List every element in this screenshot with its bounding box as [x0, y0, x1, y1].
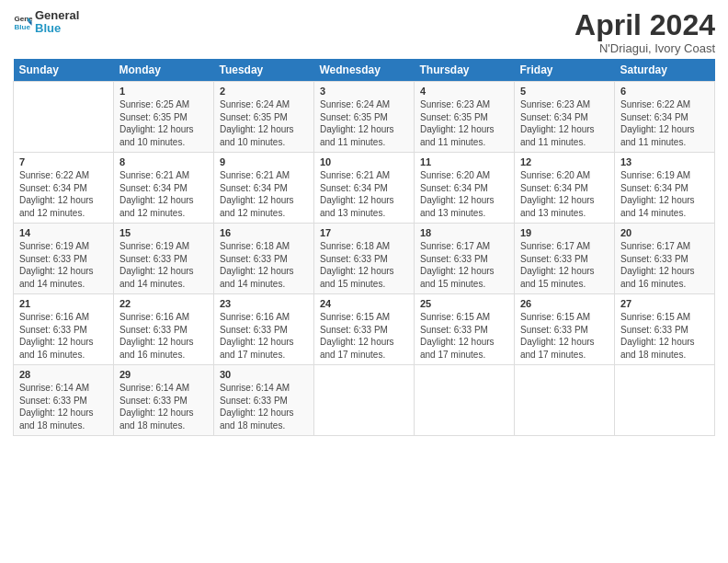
day-number: 16 — [220, 227, 308, 238]
day-info: Sunrise: 6:19 AMSunset: 6:33 PMDaylight:… — [119, 240, 208, 290]
day-info: Sunrise: 6:15 AMSunset: 6:33 PMDaylight:… — [420, 311, 508, 361]
calendar-cell: 26Sunrise: 6:15 AMSunset: 6:33 PMDayligh… — [515, 294, 615, 365]
logo-text-line1: General — [35, 9, 79, 22]
calendar-header-row: SundayMondayTuesdayWednesdayThursdayFrid… — [14, 59, 715, 82]
calendar-cell: 12Sunrise: 6:20 AMSunset: 6:34 PMDayligh… — [515, 153, 615, 224]
calendar-cell: 14Sunrise: 6:19 AMSunset: 6:33 PMDayligh… — [14, 224, 114, 294]
page-container: General Blue General Blue April 2024 N'D… — [0, 0, 728, 443]
day-number: 22 — [119, 298, 208, 309]
day-info: Sunrise: 6:21 AMSunset: 6:34 PMDaylight:… — [320, 169, 408, 219]
day-number: 13 — [620, 156, 709, 167]
day-header-saturday: Saturday — [615, 59, 715, 82]
calendar-cell: 3Sunrise: 6:24 AMSunset: 6:35 PMDaylight… — [314, 82, 415, 153]
day-number: 28 — [19, 369, 108, 380]
day-number: 18 — [420, 227, 508, 238]
calendar-cell — [615, 365, 715, 436]
logo-icon: General Blue — [13, 12, 33, 32]
week-row-4: 21Sunrise: 6:16 AMSunset: 6:33 PMDayligh… — [14, 294, 715, 365]
day-number: 5 — [520, 86, 609, 97]
calendar-cell: 21Sunrise: 6:16 AMSunset: 6:33 PMDayligh… — [14, 294, 114, 365]
day-info: Sunrise: 6:19 AMSunset: 6:33 PMDaylight:… — [19, 240, 108, 290]
subtitle: N'Driagui, Ivory Coast — [574, 41, 715, 55]
calendar-cell: 11Sunrise: 6:20 AMSunset: 6:34 PMDayligh… — [415, 153, 515, 224]
calendar-cell — [515, 365, 615, 436]
day-number: 27 — [620, 298, 709, 309]
day-info: Sunrise: 6:16 AMSunset: 6:33 PMDaylight:… — [19, 311, 108, 361]
week-row-5: 28Sunrise: 6:14 AMSunset: 6:33 PMDayligh… — [14, 365, 715, 436]
day-number: 11 — [420, 156, 508, 167]
day-number: 12 — [520, 156, 609, 167]
day-info: Sunrise: 6:14 AMSunset: 6:33 PMDaylight:… — [220, 382, 308, 431]
day-number: 21 — [19, 298, 108, 309]
calendar-cell: 6Sunrise: 6:22 AMSunset: 6:34 PMDaylight… — [615, 82, 715, 153]
day-info: Sunrise: 6:15 AMSunset: 6:33 PMDaylight:… — [620, 311, 709, 361]
day-header-monday: Monday — [114, 59, 214, 82]
calendar-cell: 25Sunrise: 6:15 AMSunset: 6:33 PMDayligh… — [415, 294, 515, 365]
calendar-cell: 19Sunrise: 6:17 AMSunset: 6:33 PMDayligh… — [515, 224, 615, 294]
day-info: Sunrise: 6:19 AMSunset: 6:34 PMDaylight:… — [620, 169, 709, 219]
calendar-cell: 29Sunrise: 6:14 AMSunset: 6:33 PMDayligh… — [114, 365, 214, 436]
day-header-tuesday: Tuesday — [214, 59, 314, 82]
calendar-cell: 2Sunrise: 6:24 AMSunset: 6:35 PMDaylight… — [214, 82, 314, 153]
day-info: Sunrise: 6:16 AMSunset: 6:33 PMDaylight:… — [119, 311, 208, 361]
day-number: 10 — [320, 156, 408, 167]
calendar-cell: 8Sunrise: 6:21 AMSunset: 6:34 PMDaylight… — [114, 153, 214, 224]
day-info: Sunrise: 6:24 AMSunset: 6:35 PMDaylight:… — [220, 98, 308, 148]
main-title: April 2024 — [574, 9, 715, 41]
calendar-cell: 30Sunrise: 6:14 AMSunset: 6:33 PMDayligh… — [214, 365, 314, 436]
week-row-3: 14Sunrise: 6:19 AMSunset: 6:33 PMDayligh… — [14, 224, 715, 294]
day-info: Sunrise: 6:23 AMSunset: 6:35 PMDaylight:… — [420, 98, 508, 148]
day-number: 3 — [320, 86, 408, 97]
calendar-cell: 7Sunrise: 6:22 AMSunset: 6:34 PMDaylight… — [14, 153, 114, 224]
calendar-cell: 27Sunrise: 6:15 AMSunset: 6:33 PMDayligh… — [615, 294, 715, 365]
day-info: Sunrise: 6:18 AMSunset: 6:33 PMDaylight:… — [220, 240, 308, 290]
calendar-cell: 28Sunrise: 6:14 AMSunset: 6:33 PMDayligh… — [14, 365, 114, 436]
header: General Blue General Blue April 2024 N'D… — [13, 9, 715, 55]
day-header-sunday: Sunday — [14, 59, 114, 82]
day-number: 17 — [320, 227, 408, 238]
calendar-cell: 18Sunrise: 6:17 AMSunset: 6:33 PMDayligh… — [415, 224, 515, 294]
calendar-cell: 13Sunrise: 6:19 AMSunset: 6:34 PMDayligh… — [615, 153, 715, 224]
day-number: 15 — [119, 227, 208, 238]
day-number: 23 — [220, 298, 308, 309]
day-header-thursday: Thursday — [415, 59, 515, 82]
title-block: April 2024 N'Driagui, Ivory Coast — [574, 9, 715, 55]
calendar-cell: 17Sunrise: 6:18 AMSunset: 6:33 PMDayligh… — [314, 224, 415, 294]
week-row-1: 1Sunrise: 6:25 AMSunset: 6:35 PMDaylight… — [14, 82, 715, 153]
day-header-friday: Friday — [515, 59, 615, 82]
calendar-cell: 22Sunrise: 6:16 AMSunset: 6:33 PMDayligh… — [114, 294, 214, 365]
calendar-cell: 24Sunrise: 6:15 AMSunset: 6:33 PMDayligh… — [314, 294, 415, 365]
day-info: Sunrise: 6:16 AMSunset: 6:33 PMDaylight:… — [220, 311, 308, 361]
day-number: 19 — [520, 227, 609, 238]
calendar-cell — [415, 365, 515, 436]
calendar-cell: 10Sunrise: 6:21 AMSunset: 6:34 PMDayligh… — [314, 153, 415, 224]
day-info: Sunrise: 6:21 AMSunset: 6:34 PMDaylight:… — [220, 169, 308, 219]
day-info: Sunrise: 6:22 AMSunset: 6:34 PMDaylight:… — [620, 98, 709, 148]
day-info: Sunrise: 6:23 AMSunset: 6:34 PMDaylight:… — [520, 98, 609, 148]
day-number: 25 — [420, 298, 508, 309]
day-info: Sunrise: 6:20 AMSunset: 6:34 PMDaylight:… — [420, 169, 508, 219]
calendar-table: SundayMondayTuesdayWednesdayThursdayFrid… — [13, 59, 715, 436]
calendar-cell — [314, 365, 415, 436]
day-info: Sunrise: 6:15 AMSunset: 6:33 PMDaylight:… — [320, 311, 408, 361]
day-number: 6 — [620, 86, 709, 97]
day-number: 4 — [420, 86, 508, 97]
day-info: Sunrise: 6:17 AMSunset: 6:33 PMDaylight:… — [420, 240, 508, 290]
calendar-cell: 1Sunrise: 6:25 AMSunset: 6:35 PMDaylight… — [114, 82, 214, 153]
day-info: Sunrise: 6:21 AMSunset: 6:34 PMDaylight:… — [119, 169, 208, 219]
day-info: Sunrise: 6:14 AMSunset: 6:33 PMDaylight:… — [19, 382, 108, 431]
day-info: Sunrise: 6:18 AMSunset: 6:33 PMDaylight:… — [320, 240, 408, 290]
day-info: Sunrise: 6:24 AMSunset: 6:35 PMDaylight:… — [320, 98, 408, 148]
day-number: 29 — [119, 369, 208, 380]
svg-text:Blue: Blue — [14, 23, 30, 31]
day-info: Sunrise: 6:14 AMSunset: 6:33 PMDaylight:… — [119, 382, 208, 431]
logo-text-line2: Blue — [35, 22, 79, 35]
calendar-cell: 16Sunrise: 6:18 AMSunset: 6:33 PMDayligh… — [214, 224, 314, 294]
day-number: 26 — [520, 298, 609, 309]
day-number: 24 — [320, 298, 408, 309]
day-number: 8 — [119, 156, 208, 167]
day-number: 1 — [119, 86, 208, 97]
day-number: 20 — [620, 227, 709, 238]
day-info: Sunrise: 6:17 AMSunset: 6:33 PMDaylight:… — [520, 240, 609, 290]
day-number: 2 — [220, 86, 308, 97]
